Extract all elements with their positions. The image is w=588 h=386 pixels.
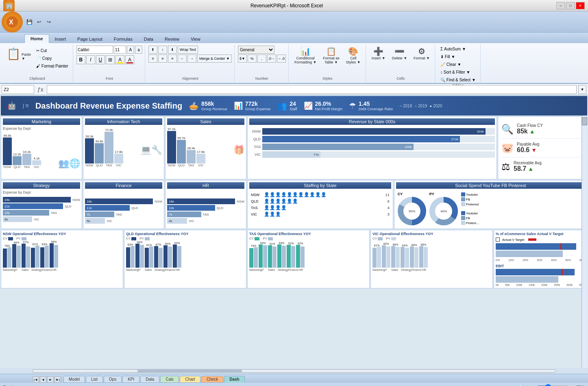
- close-button[interactable]: ✕: [576, 2, 585, 9]
- wrap-text-button[interactable]: Wrap Text: [178, 46, 198, 54]
- tab-insert[interactable]: Insert: [49, 35, 72, 43]
- border-button[interactable]: ⊞: [106, 55, 115, 64]
- increase-indent-button[interactable]: →: [187, 55, 196, 63]
- tab-home[interactable]: Home: [24, 34, 49, 43]
- font-size-input[interactable]: [114, 46, 126, 54]
- align-center-button[interactable]: ≡: [158, 55, 167, 63]
- office-logo[interactable]: X: [2, 11, 23, 33]
- ecomm-title: % of eCommerce Sales Actual V Target: [496, 232, 585, 236]
- cut-button[interactable]: ✂ Cut: [34, 47, 70, 54]
- align-right-button[interactable]: ≡: [168, 55, 177, 63]
- insert-cells-button[interactable]: ➕ Insert ▼: [369, 46, 388, 62]
- bold-button[interactable]: B: [76, 55, 85, 64]
- fill-color-button[interactable]: A: [115, 55, 124, 64]
- tab-page-layout[interactable]: Page Layout: [72, 35, 108, 43]
- cell-styles-button[interactable]: 🎨 CellStyles ▼: [344, 46, 363, 66]
- sheet-tab-kpi[interactable]: KPI: [122, 376, 139, 383]
- save-btn[interactable]: 💾: [25, 18, 33, 26]
- operational-row: NSW Operational Effectiveness YOY CY PY …: [1, 230, 587, 288]
- number-format-select[interactable]: General Number Currency: [238, 46, 274, 54]
- marketing-subtitle: Expense by Dept: [3, 126, 80, 131]
- sheet-tab-check[interactable]: Check: [201, 376, 223, 383]
- underline-button[interactable]: U: [96, 55, 105, 64]
- vic-oe-title: VIC Operational Effectiveness YOY: [372, 232, 491, 236]
- font-size-decrease[interactable]: a: [135, 46, 142, 54]
- sheet-tab-model[interactable]: Model: [63, 376, 85, 383]
- currency-button[interactable]: $▼: [238, 55, 247, 63]
- cell-reference-box[interactable]: [2, 85, 34, 94]
- delete-cells-button[interactable]: ➖ Delete ▼: [390, 46, 409, 62]
- window-title: RevenueKPIRpt - Microsoft Excel: [17, 3, 556, 9]
- zoom-slider[interactable]: – +: [533, 384, 573, 386]
- sheet-tab-list[interactable]: List: [86, 376, 103, 383]
- find-select-button[interactable]: 🔍 Find & Select ▼: [438, 76, 478, 83]
- comma-button[interactable]: ,: [257, 55, 266, 63]
- dashboard-title: Dashboard Revenue Expense Staffing: [35, 101, 182, 111]
- merge-center-button[interactable]: Merge & Center ▼: [197, 55, 232, 63]
- sheet-nav-prev[interactable]: ◄: [40, 376, 46, 383]
- group-revenue-value: 858k: [201, 100, 227, 107]
- font-size-increase[interactable]: A: [127, 46, 134, 54]
- payable-row: 🐷 Payable Avg 60.6 ▼: [501, 139, 584, 157]
- kpi-staff: 👥 24 Staff: [277, 100, 297, 111]
- align-middle-button[interactable]: ↕: [158, 46, 167, 54]
- format-cells-button[interactable]: ⚙ Format ▼: [411, 46, 432, 62]
- sales-section: Sales 97.2k NSW 56.7k QLD 28.4k TAS: [165, 116, 246, 179]
- tab-formulas[interactable]: Formulas: [108, 35, 138, 43]
- percent-button[interactable]: %: [248, 55, 257, 63]
- decimal-decrease-button[interactable]: ←.0: [277, 55, 286, 63]
- decrease-indent-button[interactable]: ←: [178, 55, 187, 63]
- autosum-button[interactable]: Σ AutoSum ▼: [438, 46, 468, 52]
- sheet-tab-ops[interactable]: Ops: [104, 376, 122, 383]
- fill-button[interactable]: ⬇ Fill ▼: [438, 53, 457, 60]
- sheet-nav-next[interactable]: ►: [47, 376, 54, 383]
- sheet-tab-dash[interactable]: Dash: [224, 376, 244, 383]
- alignment-group: ⬆ ↕ ⬇ Wrap Text ≡ ≡ ≡ ← → Merge & Center…: [146, 45, 235, 82]
- font-family-input[interactable]: [76, 46, 113, 54]
- align-top-button[interactable]: ⬆: [148, 46, 157, 54]
- revenue-vic-row: VIC 77k: [249, 151, 495, 158]
- italic-button[interactable]: I: [86, 55, 95, 64]
- horizontal-scrollbar[interactable]: [0, 368, 588, 374]
- revenue-qld-row: QLD 272k: [249, 136, 495, 142]
- ribbon: 📋 Paste ▼ ✂ Cut 📄 Copy 🖌 Format Painter …: [0, 43, 588, 84]
- receivable-trend-icon: ▲: [528, 166, 534, 172]
- sheet-tab-data[interactable]: Data: [140, 376, 159, 383]
- zoom-range[interactable]: [537, 384, 569, 386]
- office-button[interactable]: 🏢: [3, 0, 15, 11]
- undo-btn[interactable]: ↩: [35, 18, 43, 26]
- tab-view[interactable]: View: [185, 35, 206, 43]
- conditional-formatting-button[interactable]: 📊 ConditionalFormatting ▼: [292, 46, 319, 66]
- vic-oe-chart: VIC Operational Effectiveness YOY CY PY …: [370, 230, 493, 288]
- redo-btn[interactable]: ↪: [45, 18, 53, 26]
- format-as-table-button[interactable]: 📋 Format asTable ▼: [320, 46, 342, 66]
- align-left-button[interactable]: ≡: [148, 55, 157, 63]
- tab-data[interactable]: Data: [138, 35, 159, 43]
- sheet-nav-last[interactable]: ►|: [54, 376, 61, 383]
- sheet-nav-first[interactable]: |◄: [33, 376, 39, 383]
- qld-oe-title: QLD Operational Effectiveness YOY: [126, 232, 244, 236]
- paste-button[interactable]: 📋 Paste ▼: [4, 46, 33, 62]
- minimize-button[interactable]: –: [556, 2, 565, 9]
- revenue-tas-row: TAS 205k: [249, 144, 495, 150]
- strategy-title: Strategy: [3, 182, 80, 189]
- font-color-button[interactable]: A: [125, 55, 134, 64]
- maximize-button[interactable]: □: [566, 2, 575, 9]
- formula-expand-button[interactable]: ▼: [578, 85, 586, 94]
- svg-text:X: X: [9, 19, 13, 26]
- copy-button[interactable]: 📄 Copy: [34, 55, 70, 62]
- align-bottom-button[interactable]: ⬇: [168, 46, 177, 54]
- clear-button[interactable]: 🧹 Clear ▼: [438, 61, 463, 68]
- vertical-scrollbar[interactable]: [581, 116, 587, 367]
- receivable-icon: ⚖: [501, 161, 510, 172]
- formula-input[interactable]: [47, 85, 577, 94]
- sheet-tab-chart[interactable]: Chart: [180, 376, 200, 383]
- format-painter-button[interactable]: 🖌 Format Painter: [34, 63, 70, 70]
- sort-filter-button[interactable]: ↕ Sort & Filter ▼: [438, 69, 472, 76]
- tab-review[interactable]: Review: [159, 35, 185, 43]
- sheet-tab-calc[interactable]: Calc: [160, 376, 179, 383]
- decimal-increase-button[interactable]: .0→: [267, 55, 276, 63]
- cash-flow-value: 85k: [517, 128, 528, 135]
- cash-flow-trend-icon: ▲: [529, 128, 535, 135]
- kpi-group-expense: 📊 772k Group Expense: [234, 100, 271, 111]
